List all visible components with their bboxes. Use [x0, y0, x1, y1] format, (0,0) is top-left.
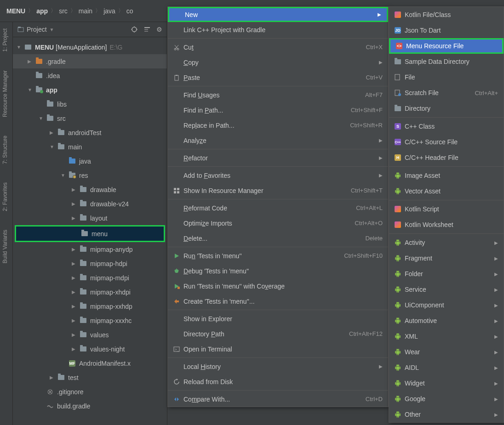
tree-item-java[interactable]: java [13, 154, 167, 168]
breadcrumb-item[interactable]: app [36, 7, 48, 15]
menu-item-run-tests-in-menu-[interactable]: Run 'Tests in 'menu''Ctrl+Shift+F10 [168, 248, 388, 263]
expand-arrow[interactable]: ▼ [50, 144, 56, 149]
tree-item-mipmap-anydp[interactable]: ▶mipmap-anydp [13, 242, 167, 256]
tree-item-mipmap-xhdpi[interactable]: ▶mipmap-xhdpi [13, 285, 167, 299]
submenu-item-aidl[interactable]: AIDL▶ [389, 360, 504, 375]
submenu-item-kotlin-worksheet[interactable]: Kotlin Worksheet [389, 217, 504, 232]
tree-item-res[interactable]: ▼res [13, 168, 167, 182]
submenu-item-directory[interactable]: Directory [389, 101, 504, 116]
submenu-item-json-to-dart[interactable]: JDJson To Dart [389, 23, 504, 38]
menu-item-replace-in-path-[interactable]: Replace in Path...Ctrl+Shift+R [168, 118, 388, 133]
tree-item-mipmap-xxxhc[interactable]: ▶mipmap-xxxhc [13, 313, 167, 328]
expand-arrow[interactable]: ▶ [28, 59, 34, 64]
tree-item-androidTest[interactable]: ▶androidTest [13, 125, 167, 140]
rail-tab[interactable]: Resource Manager [0, 67, 10, 121]
expand-arrow[interactable]: ▶ [72, 201, 78, 206]
menu-item-analyze[interactable]: Analyze▶ [168, 133, 388, 148]
submenu-item-service[interactable]: Service▶ [389, 282, 504, 297]
menu-item-show-in-explorer[interactable]: Show in Explorer [168, 311, 388, 326]
menu-item-run-tests-in-menu-with-coverage[interactable]: Run 'Tests in 'menu'' with Coverage [168, 278, 388, 294]
expand-arrow[interactable]: ▼ [61, 173, 67, 178]
submenu-item-folder[interactable]: Folder▶ [389, 266, 504, 282]
submenu-item-widget[interactable]: Widget▶ [389, 375, 504, 391]
submenu-item-uicomponent[interactable]: UiComponent▶ [389, 297, 504, 313]
chevron-down-icon[interactable]: ▼ [50, 27, 54, 32]
menu-item-create-tests-in-menu-[interactable]: Create 'Tests in 'menu''... [168, 294, 388, 309]
locate-icon[interactable] [131, 26, 138, 33]
submenu-item-activity[interactable]: Activity▶ [389, 235, 504, 250]
tree-item-mipmap-mdpi[interactable]: ▶mipmap-mdpi [13, 271, 167, 285]
menu-item-link-c-project-with-gradle[interactable]: Link C++ Project with Gradle [168, 22, 388, 37]
project-view-title[interactable]: Project [27, 26, 47, 33]
expand-arrow[interactable]: ▼ [17, 45, 23, 50]
breadcrumb-item[interactable]: co [126, 7, 133, 15]
breadcrumb-item[interactable]: java [103, 7, 115, 15]
submenu-item-wear[interactable]: Wear▶ [389, 344, 504, 360]
menu-item-add-to-favorites[interactable]: Add to Favorites▶ [168, 168, 388, 183]
expand-arrow[interactable]: ▶ [72, 289, 78, 295]
tree-item-values[interactable]: ▶values [13, 328, 167, 342]
tree-item-AndroidManifest.x[interactable]: MFAndroidManifest.x [13, 356, 167, 370]
menu-item-delete-[interactable]: Delete...Delete [168, 231, 388, 246]
submenu-item-automotive[interactable]: Automotive▶ [389, 313, 504, 329]
tree-item-MENU[interactable]: ▼MENU [MenuApplication]E:\G [13, 40, 167, 54]
menu-item-new[interactable]: New▶ [168, 7, 388, 22]
rail-tab[interactable]: 2: Favorites [0, 179, 10, 215]
submenu-item-file[interactable]: File [389, 69, 504, 85]
settings-icon[interactable]: ⚙ [156, 26, 162, 33]
collapse-icon[interactable] [143, 26, 151, 33]
menu-item-paste[interactable]: PasteCtrl+V [168, 70, 388, 85]
tree-item-src[interactable]: ▼src [13, 111, 167, 125]
expand-arrow[interactable]: ▶ [72, 318, 78, 323]
menu-item-cut[interactable]: CutCtrl+X [168, 40, 388, 55]
expand-arrow[interactable]: ▶ [50, 130, 56, 135]
submenu-item-kotlin-script[interactable]: Kotlin Script [389, 201, 504, 217]
expand-arrow[interactable]: ▶ [72, 275, 78, 280]
expand-arrow[interactable]: ▶ [72, 304, 78, 309]
tree-item-build.gradle[interactable]: build.gradle [13, 399, 167, 413]
tree-item-drawable-v24[interactable]: ▶drawable-v24 [13, 197, 167, 211]
expand-arrow[interactable]: ▶ [72, 261, 78, 266]
menu-item-compare-with-[interactable]: Compare With...Ctrl+D [168, 391, 388, 407]
submenu-item-c-c-header-file[interactable]: HC/C++ Header File [389, 150, 504, 165]
menu-item-open-in-terminal[interactable]: >_Open in Terminal [168, 341, 388, 357]
tree-item-mipmap-hdpi[interactable]: ▶mipmap-hdpi [13, 256, 167, 271]
expand-arrow[interactable]: ▼ [39, 116, 45, 121]
breadcrumb-item[interactable]: main [79, 7, 92, 15]
menu-item-local-history[interactable]: Local History▶ [168, 359, 388, 374]
menu-item-copy[interactable]: Copy▶ [168, 55, 388, 70]
submenu-item-google[interactable]: Google▶ [389, 391, 504, 407]
submenu-item-c-class[interactable]: SC++ Class [389, 119, 504, 134]
submenu-item-xml[interactable]: XML▶ [389, 329, 504, 344]
menu-item-reload-from-disk[interactable]: Reload from Disk [168, 374, 388, 389]
expand-arrow[interactable]: ▶ [72, 247, 78, 252]
tree-item-layout[interactable]: ▶layout [13, 211, 167, 225]
tree-item-values-night[interactable]: ▶values-night [13, 342, 167, 356]
menu-item-show-in-resource-manager[interactable]: Show In Resource ManagerCtrl+Shift+T [168, 183, 388, 198]
tree-item-test[interactable]: ▶test [13, 370, 167, 385]
rail-tab[interactable]: 7: Structure [0, 132, 10, 168]
menu-item-optimize-imports[interactable]: Optimize ImportsCtrl+Alt+O [168, 215, 388, 231]
menu-item-debug-tests-in-menu-[interactable]: Debug 'Tests in 'menu'' [168, 263, 388, 278]
submenu-item-other[interactable]: Other▶ [389, 407, 504, 422]
rail-tab[interactable]: 1: Project [0, 25, 10, 56]
submenu-item-image-asset[interactable]: Image Asset [389, 168, 504, 183]
submenu-item-fragment[interactable]: Fragment▶ [389, 250, 504, 266]
expand-arrow[interactable]: ▼ [28, 87, 34, 92]
tree-item-main[interactable]: ▼main [13, 140, 167, 154]
expand-arrow[interactable]: ▶ [72, 332, 78, 337]
expand-arrow[interactable]: ▶ [72, 187, 78, 192]
submenu-item-vector-asset[interactable]: Vector Asset [389, 183, 504, 199]
expand-arrow[interactable]: ▶ [50, 375, 56, 380]
breadcrumb-item[interactable]: MENU [6, 7, 25, 15]
project-tree[interactable]: ▼MENU [MenuApplication]E:\G▶.gradle.idea… [13, 37, 167, 413]
tree-item-mipmap-xxhdp[interactable]: ▶mipmap-xxhdp [13, 299, 167, 313]
expand-arrow[interactable]: ▶ [72, 346, 78, 351]
submenu-item-scratch-file[interactable]: Scratch FileCtrl+Alt+ [389, 85, 504, 101]
tree-item-menu[interactable]: menu [16, 227, 164, 241]
submenu-item-kotlin-file-class[interactable]: Kotlin File/Class [389, 7, 504, 23]
menu-item-find-in-path-[interactable]: Find in Path...Ctrl+Shift+F [168, 102, 388, 118]
menu-item-refactor[interactable]: Refactor▶ [168, 150, 388, 165]
submenu-item-c-c-source-file[interactable]: C++C/C++ Source File [389, 134, 504, 150]
tree-item-drawable[interactable]: ▶drawable [13, 182, 167, 197]
